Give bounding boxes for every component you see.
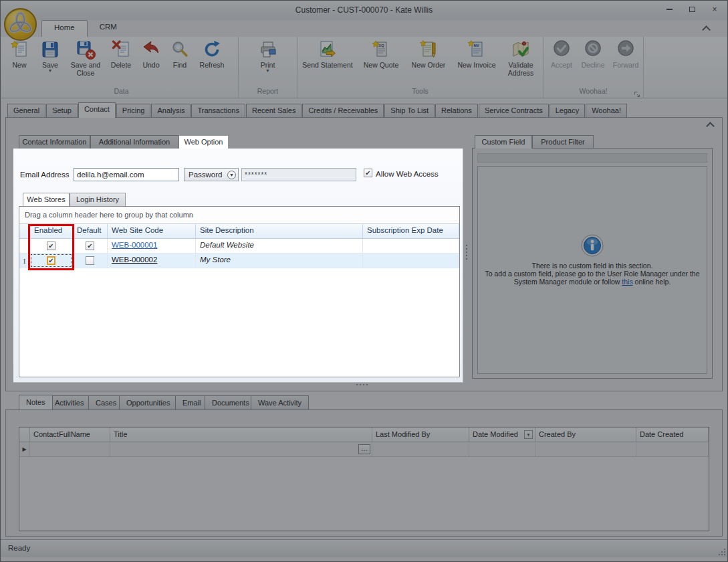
email-address-input[interactable] (74, 168, 179, 181)
sort-dropdown-button[interactable]: ▼ (524, 430, 533, 439)
tab-opportunities[interactable]: Opportunities (119, 395, 177, 409)
column-header-last-modified-by[interactable]: Last Modified By (372, 428, 469, 442)
tab-pricing[interactable]: Pricing (116, 104, 151, 118)
notes-empty-row[interactable]: ▶ … (19, 442, 709, 457)
default-checkbox[interactable] (86, 256, 94, 265)
contactfullname-cell[interactable] (30, 442, 110, 456)
column-header-created-by[interactable]: Created By (535, 428, 636, 442)
title-cell[interactable]: … (110, 442, 372, 456)
tab-login-history[interactable]: Login History (70, 193, 126, 206)
column-header-subscription-exp-date[interactable]: Subscription Exp Date (363, 224, 459, 238)
tab-web-stores[interactable]: Web Stores (23, 193, 70, 206)
send-statement-button[interactable]: Send Statement (297, 39, 358, 88)
password-input[interactable]: ******* (241, 168, 356, 181)
allow-web-access-checkbox[interactable]: ✔ (364, 169, 372, 177)
column-header-enabled[interactable]: Enabled (30, 224, 73, 238)
new-button[interactable]: New (5, 39, 34, 88)
web-site-code-link[interactable]: WEB-000001 (112, 241, 157, 249)
column-header-title[interactable]: Title (110, 428, 372, 442)
find-button[interactable]: Find (165, 39, 195, 88)
tab-custom-field[interactable]: Custom Field (475, 135, 532, 149)
print-icon (258, 39, 278, 61)
enabled-cell[interactable]: ✔ (30, 239, 73, 253)
table-row-selected[interactable]: I ✔ WEB-000002 My Store (19, 254, 459, 268)
email-address-label: Email Address (20, 171, 70, 179)
date-created-cell[interactable] (636, 442, 709, 456)
tab-recent-sales[interactable]: Recent Sales (246, 104, 301, 118)
new-invoice-button[interactable]: NV New Invoice (453, 39, 501, 88)
column-header-web-site-code[interactable]: Web Site Code (108, 224, 196, 238)
web-site-code-link[interactable]: WEB-000002 (112, 256, 157, 264)
tab-additional-information[interactable]: Additional Information (90, 135, 178, 149)
tab-contact-information[interactable]: Contact Information (19, 135, 90, 149)
panel-collapse-button[interactable] (707, 123, 713, 129)
default-cell[interactable] (73, 254, 108, 268)
tab-email[interactable]: Email (175, 395, 209, 409)
horizontal-splitter[interactable] (356, 384, 368, 385)
default-checkbox[interactable]: ✔ (86, 242, 94, 250)
ribbon-tab-crm[interactable]: CRM (88, 20, 129, 37)
enabled-checkbox-focused[interactable]: ✔ (47, 256, 55, 265)
enabled-checkbox[interactable]: ✔ (47, 242, 55, 250)
tab-contact[interactable]: Contact (78, 102, 116, 118)
ellipsis-button[interactable]: … (358, 444, 370, 454)
tab-transactions[interactable]: Transactions (191, 104, 245, 118)
app-logo[interactable] (4, 8, 37, 41)
date-modified-cell[interactable] (469, 442, 535, 456)
resize-grip[interactable] (718, 548, 725, 555)
print-button[interactable]: Print ▼ (251, 39, 285, 88)
online-help-link[interactable]: this (622, 278, 632, 286)
created-by-cell[interactable] (535, 442, 636, 456)
column-header-date-modified[interactable]: Date Modified▼ (469, 428, 535, 442)
forward-button[interactable]: Forward (609, 39, 642, 88)
new-quote-label: New Quote (364, 61, 399, 69)
enabled-cell-focused[interactable]: ✔ (30, 254, 73, 268)
column-header-contactfullname[interactable]: ContactFullName (30, 428, 110, 442)
last-modified-by-cell[interactable] (372, 442, 469, 456)
ribbon-tab-home[interactable]: Home (41, 20, 88, 37)
tab-documents[interactable]: Documents (205, 395, 257, 409)
save-dropdown-arrow[interactable]: ▼ (48, 69, 53, 73)
tab-web-option[interactable]: Web Option (178, 135, 229, 149)
vertical-splitter[interactable] (466, 245, 467, 260)
tab-credits-receivables[interactable]: Credits / Receivables (302, 104, 384, 118)
column-header-site-description[interactable]: Site Description (196, 224, 363, 238)
tab-activities[interactable]: Activities (47, 395, 91, 409)
tab-wave-activity[interactable]: Wave Activity (251, 395, 309, 409)
restore-button[interactable] (687, 5, 697, 13)
tab-notes[interactable]: Notes (19, 395, 53, 409)
tab-analysis[interactable]: Analysis (151, 104, 191, 118)
minimize-button[interactable] (664, 5, 674, 13)
group-by-bar[interactable]: Drag a column header here to group by th… (19, 207, 459, 224)
save-button[interactable]: Save ▼ (34, 39, 66, 88)
new-quote-button[interactable]: SQ New Quote (358, 39, 404, 88)
tab-relations[interactable]: Relations (435, 104, 478, 118)
tab-setup[interactable]: Setup (46, 104, 78, 118)
tab-ship-to-list[interactable]: Ship To List (384, 104, 435, 118)
tab-woohaa[interactable]: Woohaa! (586, 104, 627, 118)
new-label: New (12, 61, 26, 69)
chevron-down-icon: ▼ (227, 171, 236, 179)
refresh-button[interactable]: Refresh (195, 39, 229, 88)
ribbon-collapse-button[interactable] (703, 27, 709, 33)
send-statement-icon (318, 39, 338, 61)
table-row[interactable]: ✔ ✔ WEB-000001 Default Website (19, 239, 459, 254)
accept-button[interactable]: Accept (546, 39, 577, 88)
delete-button[interactable]: Delete (105, 39, 137, 88)
save-and-close-button[interactable]: Save and Close (66, 39, 105, 88)
new-order-button[interactable]: New Order (404, 39, 453, 88)
column-header-default[interactable]: Default (73, 224, 108, 238)
password-type-dropdown[interactable]: Password ▼ (184, 168, 239, 181)
tab-general[interactable]: General (7, 104, 45, 118)
tab-product-filter[interactable]: Product Filter (532, 135, 594, 149)
dialog-launcher-button[interactable] (634, 89, 641, 96)
default-cell[interactable]: ✔ (73, 239, 108, 253)
validate-address-button[interactable]: Validate Address (501, 39, 541, 88)
tab-service-contracts[interactable]: Service Contracts (479, 104, 549, 118)
undo-button[interactable]: Undo (137, 39, 165, 88)
tab-legacy[interactable]: Legacy (550, 104, 585, 118)
column-header-date-created[interactable]: Date Created (636, 428, 709, 442)
decline-button[interactable]: Decline (577, 39, 609, 88)
close-button[interactable]: × (710, 5, 719, 13)
print-dropdown-arrow[interactable]: ▼ (265, 69, 270, 73)
